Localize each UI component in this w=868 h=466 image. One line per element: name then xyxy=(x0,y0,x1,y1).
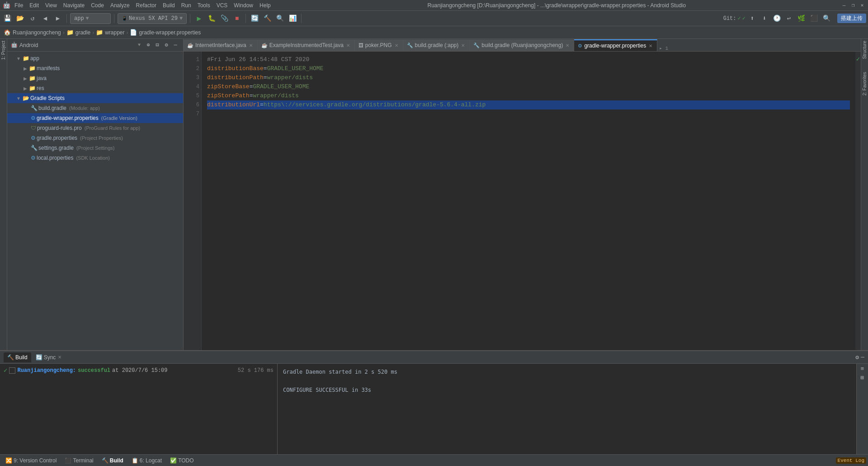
tree-item-gradle-scripts[interactable]: ▼ 📂 Gradle Scripts xyxy=(7,93,183,103)
restore-button[interactable]: ❐ xyxy=(849,1,857,10)
menu-run[interactable]: Run xyxy=(179,1,194,10)
build-icon[interactable]: 🔨 xyxy=(262,13,273,24)
git-revert-icon[interactable]: ↩ xyxy=(783,13,794,24)
bottom-tab-sync[interactable]: 🔄 Sync ✕ xyxy=(32,352,66,362)
tab-gradle-wrapper-props[interactable]: ⚙ gradle-wrapper.properties ✕ xyxy=(574,39,657,51)
event-log-button[interactable]: Event Log xyxy=(836,457,866,464)
tree-item-res[interactable]: ▶ 📁 res xyxy=(7,83,183,93)
menu-file[interactable]: File xyxy=(12,1,26,10)
tab-example-instrumented[interactable]: ☕ ExampleInstrumentedTest.java ✕ xyxy=(258,39,355,51)
tab-close-example-instrumented[interactable]: ✕ xyxy=(345,43,351,48)
refresh-icon[interactable]: ↺ xyxy=(27,13,38,24)
minimize-panel-icon[interactable]: — xyxy=(861,354,864,361)
profile-icon[interactable]: 📊 xyxy=(287,13,298,24)
save-icon[interactable]: 💾 xyxy=(2,13,13,24)
key-distribution-path: distributionPath xyxy=(207,73,264,82)
tree-item-proguard[interactable]: 🛡 proguard-rules.pro (ProGuard Rules for… xyxy=(7,123,183,133)
menu-tools[interactable]: Tools xyxy=(195,1,213,10)
menu-help[interactable]: Help xyxy=(257,1,274,10)
tree-label-build-gradle-app: build.gradle xyxy=(38,105,66,111)
tree-item-gradle-properties[interactable]: ⚙ gradle.properties (Project Properties) xyxy=(7,133,183,143)
dropdown-arrow[interactable]: ▼ xyxy=(138,43,141,48)
scroll-from-source-icon[interactable]: ⊕ xyxy=(144,41,152,49)
build-expand-icon[interactable]: ⊞ xyxy=(861,374,864,381)
settings-icon-bottom[interactable]: ⚙ xyxy=(855,354,859,361)
menu-refactor[interactable]: Refactor xyxy=(133,1,159,10)
search-everywhere-icon[interactable]: 🔍 xyxy=(821,13,832,24)
tab-close-build-gradle-project[interactable]: ✕ xyxy=(565,43,570,48)
tab-close-internet-interface[interactable]: ✕ xyxy=(248,43,254,48)
terminal-icon[interactable]: ⬛ xyxy=(808,13,819,24)
build-tab-icon: 🔨 xyxy=(7,354,14,361)
git-pull-icon[interactable]: ⬇ xyxy=(759,13,770,24)
device-selector[interactable]: 📱 Nexus 5X API 29 ▼ xyxy=(118,13,187,24)
menu-edit[interactable]: Edit xyxy=(27,1,42,10)
menu-code[interactable]: Code xyxy=(88,1,107,10)
tree-item-build-gradle-app[interactable]: 🔧 build.gradle (Module: app) xyxy=(7,103,183,113)
tree-item-manifests[interactable]: ▶ 📁 manifests xyxy=(7,63,183,73)
hide-icon[interactable]: — xyxy=(171,41,179,49)
stop-button[interactable]: ■ xyxy=(231,13,242,24)
tab-poker-png[interactable]: 🖼 poker.PNG ✕ xyxy=(355,39,403,51)
sync-tab-close[interactable]: ✕ xyxy=(58,355,61,360)
tab-build-gradle-project[interactable]: 🔧 build.gradle (Ruanjiangongcheng) ✕ xyxy=(470,39,574,51)
menu-vcs[interactable]: VCS xyxy=(214,1,231,10)
tree-item-app[interactable]: ▼ 📁 app xyxy=(7,53,183,63)
collapse-icon[interactable]: ⊟ xyxy=(153,41,161,49)
tab-build-gradle-app[interactable]: 🔧 build.gradle (:app) ✕ xyxy=(403,39,470,51)
build-duration: 52 s 176 ms xyxy=(238,367,274,374)
tab-close-poker-png[interactable]: ✕ xyxy=(394,43,399,48)
git-history-icon[interactable]: 🕐 xyxy=(771,13,782,24)
back-icon[interactable]: ◀ xyxy=(40,13,51,24)
project-panel-label[interactable]: 1: Project xyxy=(1,41,6,60)
favorites-panel-label[interactable]: 2: Favorites xyxy=(862,72,867,95)
tab-close-build-gradle-app[interactable]: ✕ xyxy=(460,43,466,48)
code-area[interactable]: #Fri Jun 26 14:54:48 CST 2020 distributi… xyxy=(202,52,855,350)
close-button[interactable]: ✕ xyxy=(858,1,866,10)
build-checkbox[interactable] xyxy=(9,367,15,374)
bottom-tab-build[interactable]: 🔨 Build xyxy=(4,352,31,362)
tool-tab-version-control[interactable]: 🔀 9: Version Control xyxy=(2,456,60,466)
git-check-icon[interactable]: ✓ xyxy=(738,15,741,22)
tree-item-local-properties[interactable]: ⚙ local.properties (SDK Location) xyxy=(7,153,183,163)
git-check-icon-2[interactable]: ✓ xyxy=(742,15,745,22)
tool-tab-todo[interactable]: ✅ TODO xyxy=(166,456,197,466)
minimize-button[interactable]: — xyxy=(840,1,848,10)
toolbar-separator-5 xyxy=(301,14,302,23)
tree-item-gradle-wrapper-props[interactable]: ⚙ gradle-wrapper.properties (Gradle Vers… xyxy=(7,113,183,123)
breadcrumb-file[interactable]: gradle-wrapper.properties xyxy=(139,29,201,36)
tool-tab-logcat[interactable]: 📋 6: Logcat xyxy=(128,456,165,466)
menu-navigate[interactable]: Navigate xyxy=(61,1,87,10)
git-push-icon[interactable]: ⬆ xyxy=(747,13,758,24)
tool-tab-build[interactable]: 🔨 Build xyxy=(98,456,127,466)
forward-icon[interactable]: ▶ xyxy=(52,13,63,24)
tree-item-settings-gradle[interactable]: 🔧 settings.gradle (Project Settings) xyxy=(7,143,183,153)
tree-item-java[interactable]: ▶ 📁 java xyxy=(7,73,183,83)
tab-internet-interface[interactable]: ☕ InternetInterface.java ✕ xyxy=(184,39,258,51)
breadcrumb-wrapper[interactable]: wrapper xyxy=(105,29,124,36)
menu-analyze[interactable]: Analyze xyxy=(108,1,132,10)
open-icon[interactable]: 📂 xyxy=(14,13,25,24)
line-num-5: 5 xyxy=(185,91,199,100)
more-tabs-button[interactable]: ▸ 1 xyxy=(657,45,670,51)
attach-button[interactable]: 📎 xyxy=(219,13,230,24)
structure-panel-label[interactable]: Structure xyxy=(862,41,867,59)
menu-view[interactable]: View xyxy=(42,1,60,10)
menu-window[interactable]: Window xyxy=(231,1,256,10)
git-branches-icon[interactable]: 🌿 xyxy=(796,13,807,24)
tool-tab-terminal[interactable]: ⬛ Terminal xyxy=(61,456,97,466)
build-filter-icon[interactable]: ≡ xyxy=(861,366,864,372)
sync-icon[interactable]: 🔄 xyxy=(249,13,260,24)
gradle-file-icon: 🔧 xyxy=(31,105,38,111)
tree-sublabel-build-gradle-app: (Module: app) xyxy=(69,105,100,111)
analyze-icon[interactable]: 🔍 xyxy=(274,13,285,24)
ad-banner[interactable]: 搭建上传 xyxy=(837,14,866,23)
menu-build[interactable]: Build xyxy=(160,1,178,10)
breadcrumb-project[interactable]: Ruanjiangongcheng xyxy=(13,29,61,36)
app-selector[interactable]: app ▼ xyxy=(70,13,111,24)
settings-icon[interactable]: ⚙ xyxy=(162,41,170,49)
breadcrumb-gradle[interactable]: gradle xyxy=(75,29,90,36)
run-button[interactable]: ▶ xyxy=(193,13,204,24)
tab-close-gradle-wrapper-props[interactable]: ✕ xyxy=(648,43,653,48)
debug-button[interactable]: 🐛 xyxy=(206,13,217,24)
